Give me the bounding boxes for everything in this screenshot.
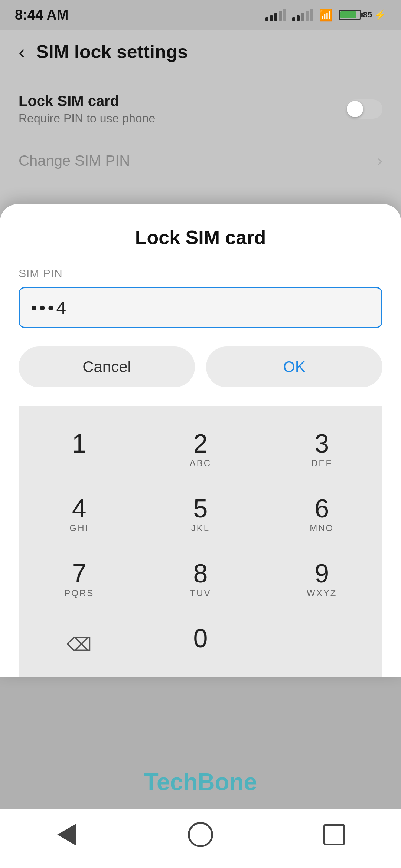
- key-backspace[interactable]: ⌫: [19, 612, 140, 677]
- key-9[interactable]: 9 WXYZ: [261, 547, 382, 612]
- key-4[interactable]: 4 GHI: [19, 482, 140, 547]
- change-sim-row[interactable]: Change SIM PIN ›: [19, 137, 382, 184]
- nav-home-icon: [188, 822, 213, 847]
- lock-sim-sublabel: Require PIN to use phone: [19, 112, 155, 125]
- nav-back-button[interactable]: [52, 820, 82, 849]
- page-title: SIM lock settings: [36, 41, 188, 63]
- battery-icon: [339, 10, 361, 20]
- pin-input-box[interactable]: •••4: [19, 287, 382, 328]
- key-2[interactable]: 2 ABC: [140, 417, 261, 482]
- change-sim-label: Change SIM PIN: [19, 152, 130, 169]
- lock-sim-toggle[interactable]: [345, 99, 382, 119]
- nav-bar: [0, 809, 401, 868]
- key-8[interactable]: 8 TUV: [140, 547, 261, 612]
- page-header: ‹ SIM lock settings: [19, 41, 382, 63]
- battery-fill: [340, 11, 356, 18]
- status-icons: 📶 85 ⚡: [265, 9, 386, 22]
- back-button[interactable]: ‹: [19, 41, 25, 63]
- lock-sim-label: Lock SIM card: [19, 93, 155, 109]
- status-time: 8:44 AM: [15, 7, 68, 23]
- key-7[interactable]: 7 PQRS: [19, 547, 140, 612]
- key-6[interactable]: 6 MNO: [261, 482, 382, 547]
- nav-home-button[interactable]: [186, 820, 215, 849]
- signal-1-icon: [265, 9, 286, 21]
- pin-input-value: •••4: [31, 297, 68, 318]
- charging-icon: ⚡: [374, 9, 386, 21]
- key-empty: [261, 612, 382, 677]
- watermark: TechBone: [0, 768, 401, 796]
- lock-sim-row: Lock SIM card Require PIN to use phone: [19, 85, 382, 137]
- key-0[interactable]: 0: [140, 612, 261, 677]
- sim-pin-label: SIM PIN: [19, 267, 382, 280]
- status-bar: 8:44 AM 📶 85 ⚡: [0, 0, 401, 30]
- cancel-button[interactable]: Cancel: [19, 346, 195, 387]
- ok-button[interactable]: OK: [206, 346, 382, 387]
- key-1[interactable]: 1: [19, 417, 140, 482]
- nav-recent-button[interactable]: [319, 820, 349, 849]
- dialog-title: Lock SIM card: [19, 226, 382, 249]
- chevron-right-icon: ›: [377, 152, 382, 170]
- nav-recent-icon: [323, 824, 345, 845]
- backspace-icon: ⌫: [66, 634, 92, 655]
- numeric-keypad: 1 2 ABC 3 DEF 4 GHI 5 JKL 6 MNO 7 PQRS 8: [19, 406, 382, 677]
- battery-level: 85: [363, 10, 372, 20]
- dialog-buttons: Cancel OK: [19, 346, 382, 387]
- nav-back-icon: [57, 823, 76, 846]
- lock-sim-labels: Lock SIM card Require PIN to use phone: [19, 93, 155, 125]
- battery-box: 85 ⚡: [339, 9, 386, 21]
- dialog-overlay: Lock SIM card SIM PIN •••4 Cancel OK 1 2…: [0, 204, 401, 677]
- wifi-icon: 📶: [319, 9, 333, 22]
- toggle-knob: [347, 101, 363, 117]
- key-3[interactable]: 3 DEF: [261, 417, 382, 482]
- signal-2-icon: [292, 9, 313, 21]
- key-5[interactable]: 5 JKL: [140, 482, 261, 547]
